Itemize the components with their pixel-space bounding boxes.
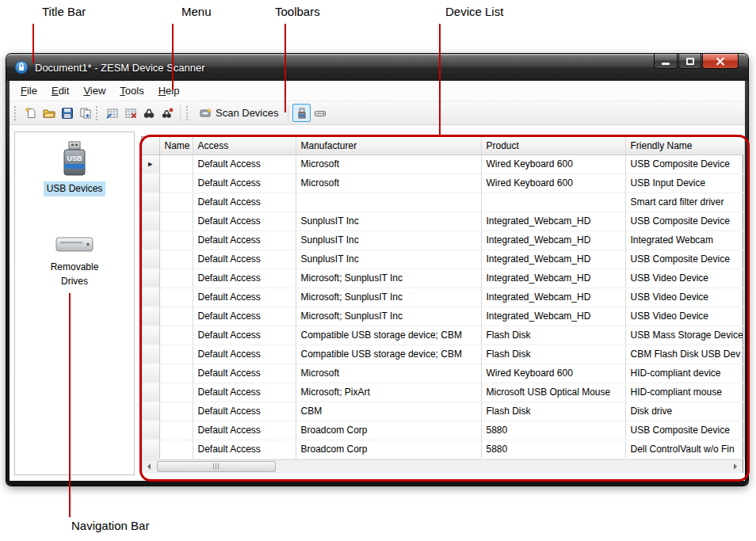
scrollbar-thumb[interactable]: [157, 461, 276, 472]
cell-friendly_name[interactable]: Integrated Webcam: [625, 230, 744, 250]
device-row[interactable]: Default AccessMicrosoft; PixArtMicrosoft…: [142, 383, 744, 402]
row-selector[interactable]: [142, 250, 159, 269]
cell-access[interactable]: Default Access: [193, 364, 296, 383]
cell-access[interactable]: Default Access: [193, 326, 296, 345]
cell-access[interactable]: Default Access: [193, 421, 296, 440]
cell-name[interactable]: [159, 192, 193, 211]
cell-friendly_name[interactable]: Dell ControlVault w/o Fin: [625, 440, 744, 459]
cell-access[interactable]: Default Access: [193, 269, 296, 288]
menu-tools[interactable]: Tools: [113, 82, 151, 100]
export-button[interactable]: [76, 104, 94, 122]
device-row[interactable]: Default AccessSmart card filter driver: [142, 192, 744, 211]
column-header-access[interactable]: Access: [193, 137, 296, 154]
menu-help[interactable]: Help: [151, 82, 187, 100]
cell-manufacturer[interactable]: Microsoft; SunplusIT Inc: [296, 288, 481, 307]
menu-file[interactable]: File: [13, 82, 44, 100]
cell-product[interactable]: 5880: [481, 440, 625, 459]
device-row[interactable]: Default AccessBroadcom Corp5880Dell Cont…: [142, 440, 744, 459]
cell-access[interactable]: Default Access: [193, 440, 296, 459]
device-row[interactable]: Default AccessMicrosoft; SunplusIT IncIn…: [142, 288, 744, 307]
import-table-button[interactable]: [103, 104, 121, 122]
cell-name[interactable]: [159, 211, 193, 230]
cell-product[interactable]: Integrated_Webcam_HD: [481, 307, 625, 326]
cell-manufacturer[interactable]: Microsoft: [296, 173, 481, 192]
selector-column-header[interactable]: [142, 137, 159, 154]
cell-friendly_name[interactable]: USB Composite Device: [625, 211, 744, 230]
device-row[interactable]: Default AccessMicrosoftWired Keyboard 60…: [142, 173, 744, 192]
column-header-product[interactable]: Product: [481, 137, 625, 154]
cell-name[interactable]: [159, 402, 193, 421]
row-selector[interactable]: [142, 345, 159, 364]
cell-product[interactable]: Integrated_Webcam_HD: [481, 250, 625, 269]
cell-name[interactable]: [159, 383, 193, 402]
scan-devices-button[interactable]: Scan Devices: [193, 105, 284, 121]
close-button[interactable]: [702, 54, 739, 69]
cell-access[interactable]: Default Access: [193, 402, 296, 421]
nav-item-removable-drives[interactable]: Removable Drives: [15, 233, 134, 289]
cell-name[interactable]: [159, 230, 193, 250]
device-row[interactable]: Default AccessBroadcom Corp5880USB Compo…: [142, 421, 744, 440]
cell-manufacturer[interactable]: Broadcom Corp: [296, 421, 481, 440]
delete-table-button[interactable]: [121, 104, 139, 122]
row-selector[interactable]: [142, 421, 159, 440]
current-row-marker[interactable]: ►: [142, 154, 159, 173]
cell-access[interactable]: Default Access: [193, 173, 296, 192]
cell-name[interactable]: [159, 421, 193, 440]
cell-product[interactable]: Wired Keyboard 600: [481, 364, 625, 383]
row-selector[interactable]: [142, 173, 159, 192]
cell-access[interactable]: Default Access: [193, 154, 296, 173]
save-button[interactable]: [58, 104, 76, 122]
cell-access[interactable]: Default Access: [193, 383, 296, 402]
cell-manufacturer[interactable]: Broadcom Corp: [296, 440, 481, 459]
cell-friendly_name[interactable]: USB Composite Device: [625, 154, 744, 173]
nav-item-usb-devices[interactable]: USB USB Devices: [15, 140, 134, 196]
cell-friendly_name[interactable]: USB Input Device: [625, 173, 744, 192]
cell-name[interactable]: [159, 269, 193, 288]
device-row[interactable]: Default AccessSunplusIT IncIntegrated_We…: [142, 230, 744, 250]
cell-access[interactable]: Default Access: [193, 307, 296, 326]
menu-edit[interactable]: Edit: [44, 82, 76, 100]
row-selector[interactable]: [142, 307, 159, 326]
cell-product[interactable]: Integrated_Webcam_HD: [481, 288, 625, 307]
cell-name[interactable]: [159, 307, 193, 326]
cell-manufacturer[interactable]: SunplusIT Inc: [296, 230, 481, 250]
cell-friendly_name[interactable]: USB Video Device: [625, 269, 744, 288]
cell-product[interactable]: Integrated_Webcam_HD: [481, 230, 625, 250]
cell-access[interactable]: Default Access: [193, 211, 296, 230]
cell-manufacturer[interactable]: Compatible USB storage device; CBM: [296, 326, 481, 345]
row-selector[interactable]: [142, 192, 159, 211]
cell-friendly_name[interactable]: USB Composite Device: [625, 250, 744, 269]
cell-manufacturer[interactable]: Microsoft; SunplusIT Inc: [296, 269, 481, 288]
device-row[interactable]: Default AccessMicrosoft; SunplusIT IncIn…: [142, 269, 744, 288]
minimize-button[interactable]: [654, 54, 678, 69]
cell-product[interactable]: Integrated_Webcam_HD: [481, 211, 625, 230]
usb-devices-view-toggle[interactable]: [292, 104, 311, 122]
row-selector[interactable]: [142, 211, 159, 230]
cell-friendly_name[interactable]: USB Video Device: [625, 288, 744, 307]
column-header-friendly-name[interactable]: Friendly Name: [625, 137, 744, 154]
cell-manufacturer[interactable]: SunplusIT Inc: [296, 250, 481, 269]
cell-access[interactable]: Default Access: [193, 192, 296, 211]
cell-friendly_name[interactable]: Smart card filter driver: [625, 192, 744, 211]
device-row[interactable]: Default AccessMicrosoftWired Keyboard 60…: [142, 364, 744, 383]
menu-view[interactable]: View: [76, 82, 113, 100]
cell-access[interactable]: Default Access: [193, 230, 296, 250]
cell-name[interactable]: [159, 440, 193, 459]
cell-manufacturer[interactable]: Compatible USB storage device; CBM: [296, 345, 481, 364]
maximize-button[interactable]: [678, 54, 701, 69]
cell-manufacturer[interactable]: CBM: [296, 402, 481, 421]
cell-access[interactable]: Default Access: [193, 288, 296, 307]
find-button[interactable]: [139, 104, 158, 122]
row-selector[interactable]: [142, 230, 159, 250]
cell-name[interactable]: [159, 250, 193, 269]
row-selector[interactable]: [142, 383, 159, 402]
column-header-name[interactable]: Name: [159, 137, 193, 154]
row-selector[interactable]: [142, 402, 159, 421]
cell-friendly_name[interactable]: Disk drive: [625, 402, 744, 421]
open-button[interactable]: [40, 104, 58, 122]
cell-manufacturer[interactable]: SunplusIT Inc: [296, 211, 481, 230]
row-selector[interactable]: [142, 364, 159, 383]
scroll-left-button[interactable]: [142, 460, 155, 473]
cell-product[interactable]: 5880: [481, 421, 625, 440]
cell-product[interactable]: Integrated_Webcam_HD: [481, 269, 625, 288]
